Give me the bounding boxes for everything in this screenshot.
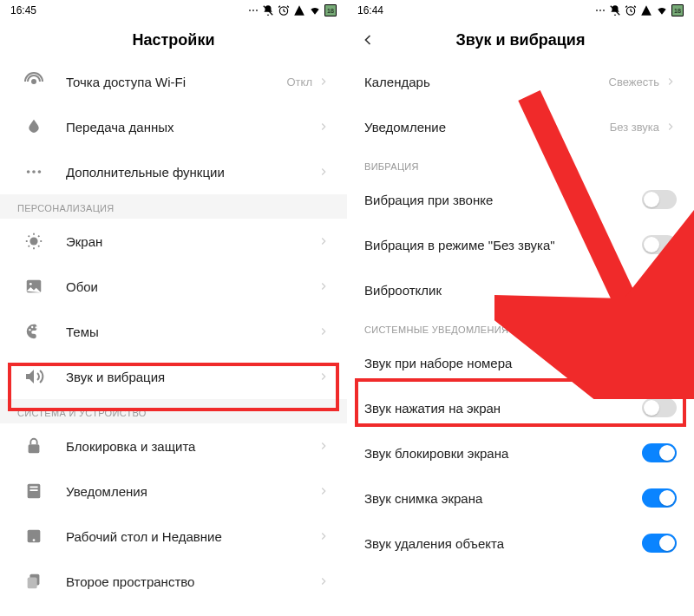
row-label: Вибрация при звонке <box>364 193 642 207</box>
battery-icon: 18 <box>324 4 337 16</box>
row-sound-vibration[interactable]: Звук и вибрация <box>0 354 347 399</box>
row-label: Экран <box>66 234 318 249</box>
row-vibrate-on-call[interactable]: Вибрация при звонке <box>347 177 694 222</box>
row-value: Без звука <box>610 121 659 134</box>
back-button[interactable] <box>357 29 378 50</box>
row-screenshot-sound[interactable]: Звук снимка экрана <box>347 475 694 521</box>
chevron-right-icon <box>318 440 330 452</box>
chevron-right-icon <box>318 530 330 542</box>
svg-point-6 <box>29 237 37 245</box>
row-value: Свежесть <box>609 75 659 88</box>
signal-icon <box>640 4 652 16</box>
more-icon: ⋯ <box>595 4 606 16</box>
row-label: Звук снимка экрана <box>364 491 642 506</box>
toggle-lock-sound[interactable] <box>642 443 677 462</box>
svg-point-10 <box>31 326 33 328</box>
palette-icon <box>23 320 45 343</box>
row-label: Уведомление <box>364 120 610 134</box>
status-icons: ⋯ 18 <box>248 4 337 16</box>
row-label: Звук и вибрация <box>66 370 318 384</box>
wifi-icon <box>656 4 668 16</box>
notification-icon <box>23 480 45 502</box>
svg-point-4 <box>32 170 36 174</box>
row-lock-sound[interactable]: Звук блокировки экрана <box>347 430 694 475</box>
toggle-screenshot-sound[interactable] <box>642 488 677 508</box>
row-label: Обои <box>66 279 318 294</box>
svg-rect-15 <box>29 489 37 491</box>
volume-icon <box>23 365 45 388</box>
svg-rect-14 <box>29 487 37 488</box>
more-icon: ⋯ <box>248 4 259 16</box>
chevron-right-icon <box>318 485 330 497</box>
chevron-right-icon <box>318 325 330 337</box>
settings-list: Точка доступа Wi-Fi Откл Передача данных… <box>0 59 347 616</box>
copy-icon <box>23 570 45 593</box>
row-lock-security[interactable]: Блокировка и защита <box>0 423 347 469</box>
sound-settings-list: Календарь Свежесть Уведомление Без звука… <box>347 59 694 616</box>
status-time: 16:44 <box>357 4 383 16</box>
row-label: Точка доступа Wi-Fi <box>66 75 287 89</box>
row-wifi-ap[interactable]: Точка доступа Wi-Fi Откл <box>0 59 347 104</box>
row-label: Звук нажатия на экран <box>364 401 642 416</box>
section-vibration: ВИБРАЦИЯ <box>347 149 694 177</box>
chevron-right-icon <box>665 121 677 133</box>
row-label: Уведомления <box>66 484 318 499</box>
row-label: Звук при наборе номера <box>364 356 642 370</box>
chevron-right-icon <box>318 280 330 292</box>
row-label: Темы <box>66 324 318 339</box>
row-home-recents[interactable]: Рабочий стол и Недавние <box>0 514 347 559</box>
row-notification-sound[interactable]: Уведомление Без звука <box>347 104 694 149</box>
row-value: Откл <box>287 75 313 88</box>
row-label: Звук блокировки экрана <box>364 446 642 461</box>
svg-point-17 <box>33 539 36 541</box>
chevron-right-icon <box>318 575 330 587</box>
row-tap-sound[interactable]: Звук нажатия на экран <box>347 385 694 430</box>
svg-point-3 <box>27 170 30 174</box>
row-label: Рабочий стол и Недавние <box>66 529 318 544</box>
row-data-transfer[interactable]: Передача данных <box>0 104 347 149</box>
chevron-right-icon <box>318 235 330 247</box>
row-haptic-feedback[interactable]: Виброотклик Нет <box>347 267 694 312</box>
row-display[interactable]: Экран <box>0 219 347 264</box>
toggle-vibrate-call[interactable] <box>642 190 677 209</box>
row-wallpaper[interactable]: Обои <box>0 264 347 309</box>
home-icon <box>23 525 45 547</box>
chevron-right-icon <box>665 284 677 296</box>
hotspot-icon <box>23 70 45 93</box>
status-bar: 16:45 ⋯ 18 <box>0 0 347 21</box>
row-label: Передача данных <box>66 120 318 134</box>
toggle-dial-sound[interactable] <box>642 353 677 372</box>
status-time: 16:45 <box>10 4 36 16</box>
toggle-vibrate-silent[interactable] <box>642 235 677 254</box>
droplet-icon <box>23 115 45 138</box>
mute-icon <box>262 4 274 16</box>
row-calendar[interactable]: Календарь Свежесть <box>347 59 694 104</box>
row-extra-functions[interactable]: Дополнительные функции <box>0 149 347 194</box>
row-notifications[interactable]: Уведомления <box>0 469 347 514</box>
chevron-right-icon <box>318 166 330 178</box>
svg-rect-12 <box>29 444 40 453</box>
section-system-notifications: СИСТЕМНЫЕ УВЕДОМЛЕНИЯ <box>347 312 694 340</box>
phone-right: 16:44 ⋯ 18 Звук и вибрация Календарь Све… <box>347 0 694 616</box>
row-delete-sound[interactable]: Звук удаления объекта <box>347 521 694 566</box>
chevron-right-icon <box>665 75 677 88</box>
page-title: Звук и вибрация <box>456 31 586 49</box>
svg-point-9 <box>29 329 30 331</box>
lock-icon <box>23 435 45 457</box>
toggle-delete-sound[interactable] <box>642 534 677 553</box>
row-second-space[interactable]: Второе пространство <box>0 559 347 604</box>
status-bar: 16:44 ⋯ 18 <box>347 0 694 21</box>
chevron-right-icon <box>318 370 330 383</box>
status-icons: ⋯ 18 <box>595 4 684 16</box>
chevron-right-icon <box>318 75 330 88</box>
toggle-tap-sound[interactable] <box>642 398 677 417</box>
wifi-icon <box>309 4 321 16</box>
svg-rect-19 <box>28 577 37 588</box>
row-vibrate-silent[interactable]: Вибрация в режиме "Без звука" <box>347 222 694 267</box>
row-dial-pad-sound[interactable]: Звук при наборе номера <box>347 340 694 385</box>
header: Звук и вибрация <box>347 21 694 59</box>
row-themes[interactable]: Темы <box>0 309 347 354</box>
mute-icon <box>609 4 621 16</box>
alarm-icon <box>278 4 290 16</box>
svg-point-2 <box>31 79 36 84</box>
